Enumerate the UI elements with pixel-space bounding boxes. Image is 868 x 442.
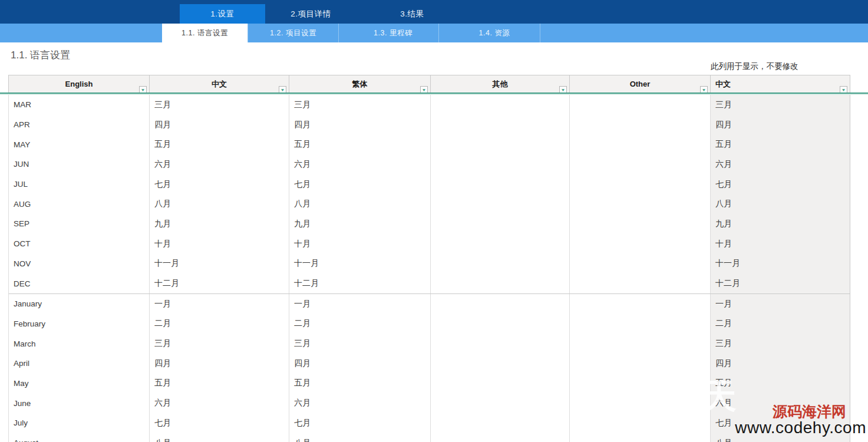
table-cell[interactable]: 九月	[289, 214, 431, 234]
table-cell[interactable]: 四月	[289, 115, 431, 135]
table-cell[interactable]	[570, 413, 711, 433]
table-cell[interactable]: 十月	[150, 234, 289, 254]
table-cell[interactable]	[570, 115, 711, 135]
table-cell[interactable]: NOV	[9, 254, 150, 274]
table-cell[interactable]	[431, 314, 570, 334]
table-cell[interactable]	[570, 95, 711, 115]
table-cell[interactable]: 二月	[150, 314, 289, 334]
column-header-5[interactable]: 中文▼	[711, 75, 850, 93]
table-cell[interactable]	[431, 374, 570, 394]
table-cell[interactable]	[431, 154, 570, 174]
top-tab-2[interactable]: 2.项目详情	[268, 4, 354, 24]
table-cell[interactable]	[570, 294, 711, 314]
table-cell[interactable]	[570, 174, 711, 194]
table-cell[interactable]: 五月	[289, 134, 431, 154]
column-header-4[interactable]: Other▼	[570, 75, 711, 93]
table-cell[interactable]	[431, 413, 570, 433]
table-cell[interactable]: 五月	[289, 374, 431, 394]
table-cell[interactable]	[431, 194, 570, 214]
table-cell[interactable]	[431, 334, 570, 354]
table-cell[interactable]	[570, 273, 711, 293]
table-cell[interactable]: 八月	[289, 194, 431, 214]
table-cell[interactable]: 七月	[289, 174, 431, 194]
table-cell[interactable]: August	[9, 433, 150, 442]
table-cell[interactable]: SEP	[9, 214, 150, 234]
table-cell[interactable]: 七月	[289, 413, 431, 433]
table-cell[interactable]: 八月	[711, 194, 850, 214]
table-cell[interactable]: 一月	[711, 294, 850, 314]
sub-tab-3[interactable]: 1.3. 里程碑	[348, 24, 439, 42]
table-cell[interactable]: 一月	[289, 294, 431, 314]
table-cell[interactable]: 八月	[150, 433, 289, 442]
table-cell[interactable]: April	[9, 354, 150, 374]
table-cell[interactable]: OCT	[9, 234, 150, 254]
table-cell[interactable]	[431, 354, 570, 374]
table-cell[interactable]	[570, 214, 711, 234]
table-cell[interactable]: 八月	[150, 194, 289, 214]
table-cell[interactable]: 六月	[150, 154, 289, 174]
table-cell[interactable]	[431, 254, 570, 274]
table-cell[interactable]	[570, 134, 711, 154]
table-cell[interactable]: 三月	[150, 95, 289, 115]
table-cell[interactable]	[431, 393, 570, 413]
table-cell[interactable]: 十月	[289, 234, 431, 254]
table-cell[interactable]: 八月	[289, 433, 431, 442]
column-header-0[interactable]: English▼	[9, 75, 150, 93]
table-cell[interactable]	[570, 374, 711, 394]
table-cell[interactable]: 七月	[711, 174, 850, 194]
column-header-2[interactable]: 繁体▼	[289, 75, 431, 93]
table-cell[interactable]: DEC	[9, 273, 150, 293]
table-cell[interactable]: 三月	[150, 334, 289, 354]
table-cell[interactable]	[570, 194, 711, 214]
table-cell[interactable]: 三月	[289, 95, 431, 115]
table-cell[interactable]: 三月	[711, 334, 850, 354]
table-cell[interactable]	[570, 314, 711, 334]
table-cell[interactable]: MAR	[9, 95, 150, 115]
table-cell[interactable]	[431, 174, 570, 194]
table-cell[interactable]: 十一月	[150, 254, 289, 274]
table-cell[interactable]: 五月	[150, 374, 289, 394]
table-cell[interactable]	[431, 294, 570, 314]
table-cell[interactable]: 九月	[150, 214, 289, 234]
table-cell[interactable]: 四月	[711, 354, 850, 374]
sub-tab-1[interactable]: 1.1. 语言设置	[162, 24, 247, 42]
sub-tab-2[interactable]: 1.2. 项目设置	[247, 24, 339, 42]
table-cell[interactable]: 九月	[711, 214, 850, 234]
table-cell[interactable]: July	[9, 413, 150, 433]
table-cell[interactable]: 十一月	[289, 254, 431, 274]
table-cell[interactable]	[431, 115, 570, 135]
table-cell[interactable]: 十一月	[711, 254, 850, 274]
table-cell[interactable]	[570, 354, 711, 374]
table-cell[interactable]: 五月	[711, 134, 850, 154]
table-cell[interactable]: 六月	[711, 154, 850, 174]
table-cell[interactable]	[431, 95, 570, 115]
table-cell[interactable]: January	[9, 294, 150, 314]
table-cell[interactable]: 六月	[289, 154, 431, 174]
table-cell[interactable]: 一月	[150, 294, 289, 314]
table-cell[interactable]: February	[9, 314, 150, 334]
table-cell[interactable]: 四月	[289, 354, 431, 374]
table-cell[interactable]: 二月	[289, 314, 431, 334]
table-cell[interactable]: AUG	[9, 194, 150, 214]
top-tab-1[interactable]: 1.设置	[180, 4, 265, 24]
table-cell[interactable]: APR	[9, 115, 150, 135]
table-cell[interactable]	[570, 334, 711, 354]
table-cell[interactable]: 七月	[150, 174, 289, 194]
table-cell[interactable]	[570, 254, 711, 274]
table-cell[interactable]: 二月	[711, 314, 850, 334]
table-cell[interactable]: 十二月	[289, 273, 431, 293]
table-cell[interactable]	[570, 154, 711, 174]
table-cell[interactable]: 十二月	[150, 273, 289, 293]
table-cell[interactable]: 十月	[711, 234, 850, 254]
table-cell[interactable]: JUL	[9, 174, 150, 194]
table-cell[interactable]: 十二月	[711, 273, 850, 293]
table-cell[interactable]	[431, 433, 570, 442]
table-cell[interactable]: 三月	[711, 95, 850, 115]
table-cell[interactable]: 六月	[289, 393, 431, 413]
table-cell[interactable]: 三月	[289, 334, 431, 354]
sub-tab-4[interactable]: 1.4. 资源	[449, 24, 540, 42]
column-header-3[interactable]: 其他▼	[431, 75, 570, 93]
table-cell[interactable]: MAY	[9, 134, 150, 154]
column-header-1[interactable]: 中文▼	[150, 75, 289, 93]
table-cell[interactable]	[570, 393, 711, 413]
